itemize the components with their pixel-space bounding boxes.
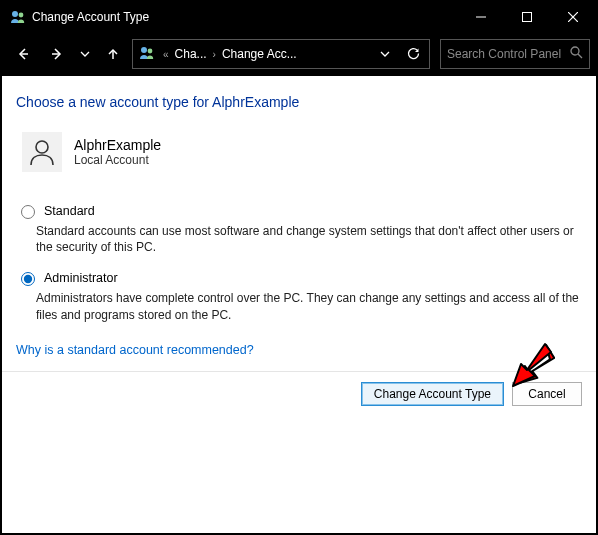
svg-point-13 <box>36 141 48 153</box>
change-account-type-button[interactable]: Change Account Type <box>361 382 504 406</box>
user-accounts-icon <box>139 45 155 64</box>
navbar: « Cha... › Change Acc... Search Control … <box>2 32 596 76</box>
radio-standard[interactable] <box>21 205 35 219</box>
svg-point-10 <box>148 48 153 53</box>
recent-locations-button[interactable] <box>76 39 94 69</box>
option-label: Administrator <box>44 271 118 285</box>
page-heading: Choose a new account type for AlphrExamp… <box>16 94 582 110</box>
svg-point-1 <box>19 13 24 18</box>
option-label: Standard <box>44 204 95 218</box>
titlebar: Change Account Type <box>2 2 596 32</box>
svg-point-9 <box>141 47 147 53</box>
svg-rect-3 <box>523 13 532 22</box>
content-area: Choose a new account type for AlphrExamp… <box>2 76 596 357</box>
address-bar[interactable]: « Cha... › Change Acc... <box>132 39 430 69</box>
search-icon <box>570 46 583 62</box>
chevron-right-icon: › <box>211 49 218 60</box>
address-dropdown-button[interactable] <box>373 40 397 68</box>
cancel-button[interactable]: Cancel <box>512 382 582 406</box>
button-row: Change Account Type Cancel <box>2 372 596 416</box>
window-title: Change Account Type <box>32 10 149 24</box>
svg-line-12 <box>578 54 582 58</box>
up-button[interactable] <box>98 39 128 69</box>
svg-point-0 <box>12 11 18 17</box>
back-button[interactable] <box>8 39 38 69</box>
breadcrumb-prefix: « <box>161 49 171 60</box>
user-accounts-icon <box>10 9 26 25</box>
refresh-button[interactable] <box>401 40 425 68</box>
help-link[interactable]: Why is a standard account recommended? <box>16 343 254 357</box>
maximize-button[interactable] <box>504 2 550 32</box>
option-description: Administrators have complete control ove… <box>36 290 582 322</box>
svg-point-11 <box>571 47 579 55</box>
minimize-button[interactable] <box>458 2 504 32</box>
radio-administrator[interactable] <box>21 272 35 286</box>
option-administrator: Administrator Administrators have comple… <box>16 269 582 322</box>
search-placeholder: Search Control Panel <box>447 47 570 61</box>
search-box[interactable]: Search Control Panel <box>440 39 590 69</box>
close-button[interactable] <box>550 2 596 32</box>
breadcrumb-item[interactable]: Cha... <box>175 47 207 61</box>
user-name: AlphrExample <box>74 137 161 153</box>
user-summary: AlphrExample Local Account <box>16 132 582 172</box>
option-description: Standard accounts can use most software … <box>36 223 582 255</box>
breadcrumb-item[interactable]: Change Acc... <box>222 47 297 61</box>
avatar <box>22 132 62 172</box>
user-account-type: Local Account <box>74 153 161 167</box>
option-standard: Standard Standard accounts can use most … <box>16 202 582 255</box>
account-type-options: Standard Standard accounts can use most … <box>16 202 582 323</box>
forward-button[interactable] <box>42 39 72 69</box>
